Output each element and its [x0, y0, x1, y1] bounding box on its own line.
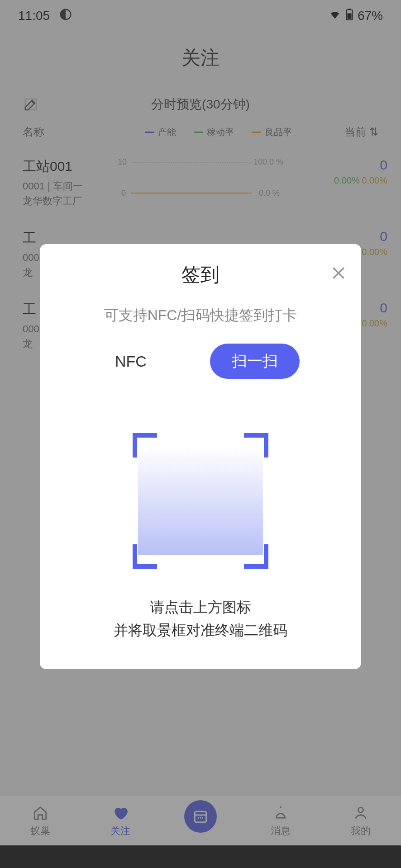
- checkin-modal: 签到 可支持NFC/扫码快捷签到打卡 NFC 扫一扫 请点击上方图标 并将取景框…: [40, 244, 361, 669]
- modal-overlay[interactable]: 签到 可支持NFC/扫码快捷签到打卡 NFC 扫一扫 请点击上方图标 并将取景框…: [0, 0, 401, 868]
- tab-scan[interactable]: 扫一扫: [210, 344, 300, 379]
- close-icon[interactable]: [329, 264, 348, 282]
- tab-nfc[interactable]: NFC: [101, 345, 160, 377]
- scan-hint: 请点击上方图标 并将取景框对准终端二维码: [53, 596, 348, 642]
- modal-subtitle: 可支持NFC/扫码快捷签到打卡: [53, 306, 348, 326]
- modal-title: 签到: [53, 262, 348, 288]
- scan-icon[interactable]: [133, 433, 268, 569]
